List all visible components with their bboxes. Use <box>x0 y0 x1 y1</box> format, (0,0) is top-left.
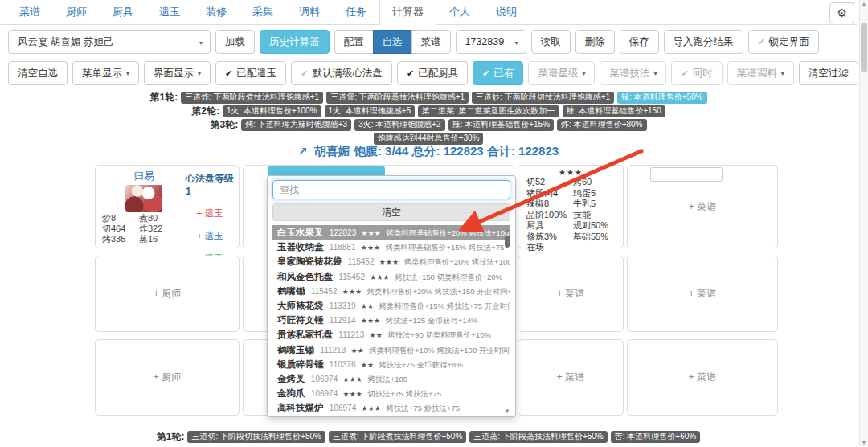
chef-name-link[interactable]: 归易 <box>102 170 186 183</box>
add-chef-label: + 厨师 <box>154 371 181 384</box>
round-label: 第2轮: <box>191 105 219 118</box>
recipe-slot-3[interactable]: + 菜谱 <box>627 165 778 248</box>
nav-tab[interactable]: 厨师 <box>53 0 100 25</box>
read-button[interactable]: 读取 <box>531 30 571 54</box>
recipe-effects: 烤技法+100 <box>367 375 407 383</box>
ui-display-dropdown[interactable]: 界面显示 ▾ <box>144 61 211 85</box>
history-calc-button[interactable]: 历史计算器 <box>260 30 330 54</box>
recipe-effects: 切技法+75 烤技法+75 <box>367 389 441 398</box>
nav-tab[interactable]: 说明 <box>483 0 530 25</box>
custom-mode-button[interactable]: 自选 <box>373 30 412 54</box>
preset-select[interactable]: 风云宴 胡喜媚 苏妲己 ▾ <box>8 30 211 54</box>
recipe-option[interactable]: 巧匠符文锤 112914 ★★★ 烤技法+125 金币获得+14% <box>272 313 510 327</box>
nav-tab[interactable]: 厨具 <box>100 0 146 25</box>
save-button[interactable]: 保存 <box>620 30 659 54</box>
chef-skill-left: 切464 <box>102 224 139 234</box>
delete-button[interactable]: 删除 <box>575 30 615 54</box>
mind-disc-level: 心法盘等级 1 <box>186 172 234 197</box>
recipe-option[interactable]: 高科技煤炉 106974 ★★★ 烤技法+75 炒技法+75 <box>272 400 510 415</box>
recipe-option[interactable]: 金狗爪 106974 ★★★ 切技法+75 烤技法+75 <box>272 386 510 400</box>
recipe-option[interactable]: 玉器收纳盒 118881 ★★★ 烤类料理基础售价+15% 烤技法+75 <box>272 240 510 254</box>
nav-tab[interactable]: 采集 <box>240 0 286 25</box>
effect-badge: 三道煮: 下阶段煮技法料理售价+50% <box>329 431 466 443</box>
recipe-option[interactable]: 鹤嘴玉锄 111213 ★★ 烤类料理售价+10% 烤技法+100 开业时间+1… <box>272 342 510 357</box>
menu-display-dropdown[interactable]: 菜单显示 ▾ <box>72 61 139 85</box>
recipe-slot-2-stats: ★★★ 切52 烤60 猪腿肉4 鸡蛋5 <box>518 165 624 248</box>
nav-tab[interactable]: 遗玉 <box>146 0 193 25</box>
dish-stats-row: 修炼3% 基础55% <box>526 232 615 243</box>
recipe-option[interactable]: 银质碎骨锤 110376 ★★ 烤技法+75 金币获得+8% <box>272 357 510 371</box>
recipe-score: 106974 <box>311 375 338 383</box>
recipe-seasoning-dropdown[interactable]: 菜谱调料 ▾ <box>727 61 794 85</box>
recipe-option[interactable]: 金烤叉 106974 ★★★ 烤技法+100 <box>272 371 510 386</box>
simultaneous-toggle[interactable]: ✔ 同时 <box>671 61 722 85</box>
recipe-stars: ★★★ <box>361 244 380 252</box>
owned-toggle[interactable]: ✔ 已有 <box>473 61 523 85</box>
check-icon: ✔ <box>681 68 688 79</box>
lock-ui-toggle[interactable]: ✔ 锁定界面 <box>748 30 819 54</box>
add-jade-button[interactable]: + 遗玉 <box>197 230 223 242</box>
scroll-up-icon[interactable]: ▲ <box>860 1 868 6</box>
load-button[interactable]: 加载 <box>215 30 255 54</box>
add-recipe-cell[interactable]: + 菜谱 <box>627 339 778 416</box>
nav-tab[interactable]: 个人 <box>436 0 483 25</box>
import-result-button[interactable]: 导入跑分结果 <box>664 30 743 54</box>
recipe-name: 鹤嘴玉锄 <box>277 345 314 355</box>
nav-tab[interactable]: 装修 <box>193 0 240 25</box>
jade-slot-list: + 遗玉 + 遗玉 + 遗玉 <box>197 197 223 265</box>
clear-selection-button[interactable]: 清空 <box>272 203 510 221</box>
add-recipe-cell[interactable]: + 菜谱 <box>518 256 624 332</box>
jade-equipped-toggle[interactable]: ✔ 已配遗玉 <box>215 61 286 85</box>
recipe-option[interactable]: 鹤嘴锄 115452 ★★★ 烤类料理售价+20% 烤技法+150 开业时间+1… <box>272 284 510 298</box>
recipe-effects: 烤类料理售价+10% 烤技法+100 开业时间+10% <box>369 346 510 355</box>
chevron-down-icon: ▾ <box>653 70 657 77</box>
utensil-equipped-toggle[interactable]: ✔ 已配厨具 <box>397 61 468 85</box>
nav-tab[interactable]: 菜谱 <box>6 0 53 25</box>
add-recipe-cell[interactable]: + 菜谱 <box>627 256 778 332</box>
recipe-skill-dropdown[interactable]: 菜谱技法 ▾ <box>600 61 666 85</box>
recipe-option[interactable]: 贵族私家托盘 111213 ★★ 烤技法+90 切类料理售价+10% <box>272 327 510 342</box>
recipe-name: 和风金色托盘 <box>277 272 333 281</box>
scroll-down-icon[interactable]: ▼ <box>860 440 868 445</box>
save-slot-select[interactable]: 1732839 ▾ <box>456 30 526 54</box>
recipe-seasoning-label: 菜谱调料 <box>737 67 777 80</box>
clear-filter-button[interactable]: 清空过滤 <box>799 61 858 85</box>
nav-tab[interactable]: 调料 <box>286 0 333 25</box>
scroll-up-icon[interactable]: ▲ <box>504 227 510 234</box>
add-recipe-cell[interactable]: + 菜谱 <box>518 339 624 416</box>
add-chef-cell[interactable]: + 厨师 <box>95 339 240 416</box>
dropdown-scrollbar-thumb[interactable] <box>505 236 510 248</box>
recipe-option[interactable]: 隔热绝缘手套 106974 ★★★ 蒸技法+75 烤技法+75 <box>272 415 510 416</box>
round-label: 第1轮: <box>157 430 185 444</box>
recipe-effects: 烤类料理基础售价+20% 烤技法+100 <box>386 228 509 237</box>
page-scrollbar-thumb[interactable] <box>861 23 867 72</box>
recipe-score: 112914 <box>330 316 356 325</box>
settings-button[interactable]: ⚙ <box>829 2 854 23</box>
chevron-down-icon: ▾ <box>514 39 518 47</box>
recipe-option[interactable]: 和风金色托盘 115452 ★★★ 烤技法+150 切类料理售价+20% <box>272 269 510 284</box>
clear-custom-button[interactable]: 清空自选 <box>8 61 68 85</box>
recipe-effects: 烤技法+150 切类料理售价+20% <box>395 273 502 281</box>
add-jade-button[interactable]: + 遗玉 <box>197 207 223 219</box>
recipe-star-dropdown[interactable]: 菜谱星级 ▾ <box>528 61 595 85</box>
recipe-option[interactable]: 白玉水果叉 122823 ★★★ 烤类料理基础售价+20% 烤技法+100 <box>272 225 510 240</box>
satiety-bonus-line: 饱腹感达到44时总售价+30% <box>0 132 857 145</box>
default-max-disc-toggle[interactable]: ✔ 默认满级心法盘 <box>291 61 392 85</box>
dish-stat-left: 厨具 <box>526 220 573 232</box>
recipe-effects: 烤类料理售价+20% 烤技法+150 开业时间+10% <box>366 287 510 296</box>
nav-tab[interactable]: 任务 <box>333 0 379 25</box>
recipe-name: 皇家陶瓷裱花袋 <box>277 256 342 266</box>
recipe-slot-button[interactable] <box>650 167 723 182</box>
add-chef-cell[interactable]: + 厨师 <box>95 256 240 332</box>
config-button[interactable]: 配置 <box>334 30 374 54</box>
nav-tab[interactable]: 计算器 <box>379 0 436 25</box>
recipe-option[interactable]: 大师裱花袋 113319 ★★ 烤类料理售价+15% 烤技法+75 开业时间+1… <box>272 298 510 313</box>
recipe-score: 115452 <box>338 273 365 281</box>
recipe-mode-button[interactable]: 菜谱 <box>411 30 451 54</box>
scroll-down-icon[interactable]: ▼ <box>504 408 510 415</box>
dish-stats-row: 厨具 规则50% <box>526 220 615 232</box>
round-2-line: 第2轮: 1火: 本道料理售价+100%1火: 本道料理饱腹感+5第二道菜: 第… <box>0 105 857 117</box>
page-scrollbar[interactable]: ▲ ▼ <box>859 0 868 447</box>
recipe-option[interactable]: 皇家陶瓷裱花袋 115452 ★★★ 烤类料理售价+20% 烤技法+100 开业… <box>272 254 510 269</box>
search-input[interactable] <box>272 180 510 199</box>
